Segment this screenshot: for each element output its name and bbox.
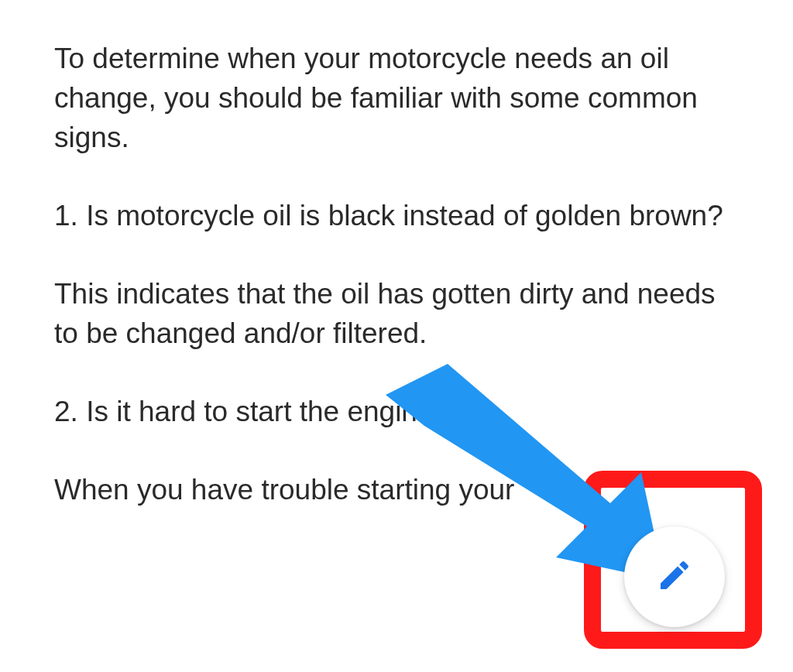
question-1: 1. Is motorcycle oil is black instead of…	[54, 196, 739, 235]
answer-2-truncated: When you have trouble starting your	[54, 470, 739, 509]
article-body: To determine when your motorcycle needs …	[0, 0, 793, 509]
answer-1: This indicates that the oil has gotten d…	[54, 274, 739, 353]
intro-paragraph: To determine when your motorcycle needs …	[54, 39, 739, 157]
pencil-icon	[656, 557, 693, 597]
question-2: 2. Is it hard to start the engine?	[54, 392, 739, 431]
edit-fab-button[interactable]	[624, 526, 725, 627]
